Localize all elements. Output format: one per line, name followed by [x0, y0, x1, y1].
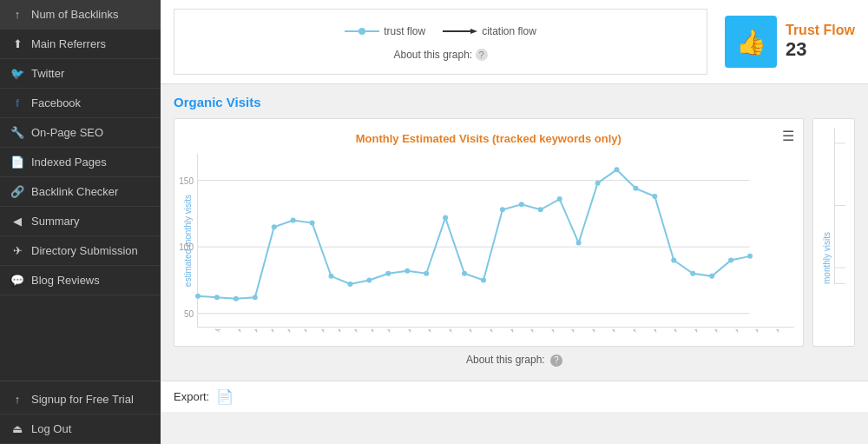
- svg-point-11: [214, 295, 220, 300]
- about-graph-bottom: About this graph: ?: [174, 347, 855, 370]
- organic-section: Organic Visits Monthly Estimated Visits …: [161, 84, 868, 381]
- x-axis-label: Apr 6: [319, 329, 333, 334]
- svg-point-31: [595, 181, 601, 186]
- blog-icon: 💬: [10, 274, 24, 287]
- sidebar-item-logout[interactable]: ⏏ Log Out: [0, 414, 161, 444]
- x-axis-label: Apr 16: [508, 329, 525, 334]
- thumbs-up-icon: 👍: [736, 28, 766, 56]
- svg-point-30: [576, 241, 582, 246]
- sidebar-item-facebook[interactable]: f Facebook: [0, 89, 161, 118]
- sidebar-item-main-referrers[interactable]: ⬆ Main Referrers: [0, 30, 161, 59]
- x-axis-label: Apr 23: [651, 329, 668, 334]
- backlinks-icon: ↑: [10, 8, 24, 21]
- x-axis-label: Apr 5: [301, 329, 316, 334]
- facebook-icon: f: [10, 96, 24, 109]
- svg-point-35: [671, 257, 676, 262]
- about-graph-top: About this graph: ?: [183, 44, 698, 65]
- x-axis-label: Apr 8: [352, 329, 366, 334]
- y-axis-label: estimated monthly visits: [183, 195, 193, 287]
- svg-point-22: [424, 271, 429, 276]
- x-axis-label: Apr 28: [753, 329, 770, 334]
- small-y-axis-label: monthly visits: [822, 128, 832, 284]
- line-chart-svg: 50100150: [198, 154, 794, 327]
- trust-flow-value: 23: [786, 38, 855, 61]
- x-axis-label: Apr 21: [609, 329, 627, 334]
- x-axis-label: Apr 9: [368, 329, 383, 334]
- x-axis-label: Apr 18: [549, 329, 566, 334]
- sidebar-item-twitter[interactable]: 🐦 Twitter: [0, 59, 161, 89]
- x-axis-label: Apr 25: [692, 329, 709, 334]
- svg-point-32: [614, 167, 619, 172]
- trust-flow-label: Trust Flow: [786, 23, 855, 38]
- svg-point-20: [385, 271, 391, 276]
- onpage-icon: 🔧: [10, 126, 24, 139]
- svg-point-23: [443, 215, 448, 220]
- organic-visits-title: Organic Visits: [174, 95, 855, 109]
- sidebar-item-backlink-checker[interactable]: 🔗 Backlink Checker: [0, 177, 161, 207]
- sidebar-item-signup[interactable]: ↑ Signup for Free Trial: [0, 385, 161, 414]
- x-axis-label: Apr 12: [425, 329, 443, 334]
- small-chart-area: 560580600: [834, 128, 845, 284]
- x-axis-label: Apr 11: [405, 329, 423, 334]
- x-axis-label: Apr 14: [466, 329, 483, 334]
- main-content: trust flow citation flow About this grap…: [161, 0, 868, 444]
- sidebar-item-indexed-pages[interactable]: 📄 Indexed Pages: [0, 148, 161, 177]
- x-axis-label: Apr 26: [712, 329, 729, 334]
- x-axis-label: Apr 19: [569, 329, 586, 334]
- question-mark-bottom[interactable]: ?: [550, 355, 562, 367]
- signup-icon: ↑: [10, 393, 24, 406]
- svg-point-10: [195, 294, 201, 299]
- citation-flow-line-icon: [443, 26, 477, 36]
- hamburger-icon[interactable]: ☰: [782, 128, 794, 144]
- x-axis-label: Apr 22: [630, 329, 648, 334]
- flow-legend: trust flow citation flow: [183, 18, 698, 44]
- svg-point-1: [358, 28, 365, 35]
- indexed-icon: 📄: [10, 156, 24, 169]
- svg-point-26: [500, 207, 505, 212]
- small-chart-wrapper: monthly visits 560580600: [822, 128, 845, 284]
- sidebar-item-on-page-seo[interactable]: 🔧 On-Page SEO: [0, 118, 161, 148]
- charts-row: Monthly Estimated Visits (tracked keywor…: [174, 118, 855, 347]
- svg-point-24: [462, 271, 467, 276]
- svg-point-27: [519, 202, 524, 207]
- summary-icon: ◀: [10, 215, 24, 228]
- small-chart-container: monthly visits 560580600: [812, 118, 855, 347]
- logout-icon: ⏏: [10, 422, 24, 435]
- sidebar-item-summary[interactable]: ◀ Summary: [0, 207, 161, 236]
- trust-flow-icon-box: 👍: [725, 16, 777, 68]
- svg-point-34: [652, 194, 657, 199]
- chart-wrapper: estimated monthly visits 50100150: [183, 154, 794, 328]
- citation-flow-legend: citation flow: [443, 25, 536, 37]
- svg-marker-3: [470, 29, 477, 34]
- x-axis-label: Apr 10: [385, 329, 402, 334]
- x-axis-label: Apr 7: [335, 329, 350, 334]
- twitter-icon: 🐦: [10, 67, 24, 80]
- svg-point-39: [747, 254, 753, 259]
- export-row: Export: 📄: [161, 381, 868, 412]
- x-axis-label: Apr 17: [528, 329, 545, 334]
- svg-point-25: [481, 277, 486, 282]
- svg-text:150: 150: [179, 176, 194, 186]
- svg-point-33: [633, 186, 638, 191]
- sidebar-item-num-backlinks[interactable]: ↑ Num of Backlinks: [0, 0, 161, 30]
- svg-point-14: [272, 224, 277, 229]
- svg-point-19: [366, 277, 372, 282]
- svg-point-38: [728, 257, 733, 262]
- referrers-icon: ⬆: [10, 37, 24, 50]
- sidebar-item-directory-submission[interactable]: ✈ Directory Submission: [0, 236, 161, 266]
- svg-point-36: [690, 271, 695, 276]
- pdf-icon[interactable]: 📄: [216, 388, 233, 405]
- backlink-icon: 🔗: [10, 185, 24, 198]
- question-mark-top[interactable]: ?: [476, 49, 488, 61]
- sidebar-item-blog-reviews[interactable]: 💬 Blog Reviews: [0, 266, 161, 295]
- x-axis-label: Mar 31: [214, 329, 231, 334]
- svg-point-18: [347, 282, 352, 287]
- small-chart-svg: 560580600: [835, 128, 845, 283]
- x-axis-label: Apr 20: [589, 329, 607, 334]
- svg-point-17: [329, 274, 334, 279]
- top-section: trust flow citation flow About this grap…: [161, 0, 868, 84]
- x-axis-label: Apr 27: [733, 329, 750, 334]
- svg-point-37: [709, 274, 714, 279]
- x-axis-label: Apr 15: [487, 329, 504, 334]
- svg-point-15: [291, 218, 296, 223]
